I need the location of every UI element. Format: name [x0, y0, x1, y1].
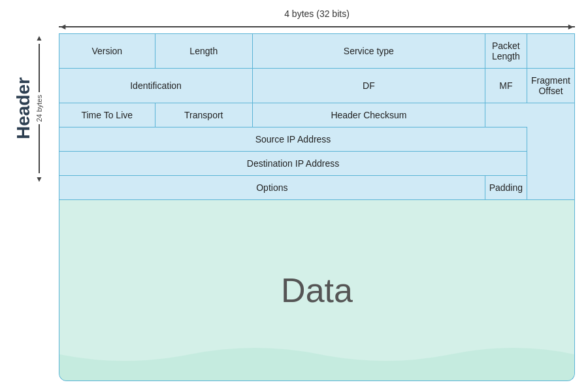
version-cell: Version	[59, 33, 155, 68]
df-cell: DF	[253, 68, 485, 103]
options-cell: Options	[59, 175, 485, 199]
header-table: Version Length Service type Packet Lengt…	[59, 33, 575, 200]
bytes-label: 24 bytes	[35, 95, 43, 122]
diagram-wrapper: 4 bytes (32 bits) ◄ ► Header ▲ 24 bytes …	[13, 8, 575, 381]
padding-cell: Padding	[485, 175, 527, 199]
main-area: Header ▲ 24 bytes ▼ Version	[13, 33, 575, 381]
table-row: Version Length Service type Packet Lengt…	[59, 33, 575, 68]
ttl-cell: Time To Live	[59, 103, 155, 127]
header-checksum-cell: Header Checksum	[253, 103, 485, 127]
table-row: Identification DF MF Fragment Offset	[59, 68, 575, 103]
table-row: Source IP Address	[59, 127, 575, 151]
table-row: Destination IP Address	[59, 151, 575, 175]
fragment-offset-cell: Fragment Offset	[527, 68, 575, 103]
data-area: Data	[59, 200, 575, 381]
service-type-cell: Service type	[253, 33, 485, 68]
length-cell: Length	[155, 33, 253, 68]
diagram-content: Version Length Service type Packet Lengt…	[59, 33, 575, 381]
packet-length-cell: Packet Length	[485, 33, 527, 68]
header-label: Header	[13, 33, 34, 184]
wave-decoration	[59, 341, 574, 381]
destination-ip-cell: Destination IP Address	[59, 151, 527, 175]
source-ip-cell: Source IP Address	[59, 127, 527, 151]
data-label: Data	[281, 271, 353, 310]
table-row: Options Padding	[59, 175, 575, 199]
table-row: Time To Live Transport Header Checksum	[59, 103, 575, 127]
mf-cell: MF	[485, 68, 527, 103]
transport-cell: Transport	[155, 103, 253, 127]
identification-cell: Identification	[59, 68, 253, 103]
left-labels: Header ▲ 24 bytes ▼	[13, 33, 59, 381]
top-label: 4 bytes (32 bits)	[284, 8, 350, 19]
